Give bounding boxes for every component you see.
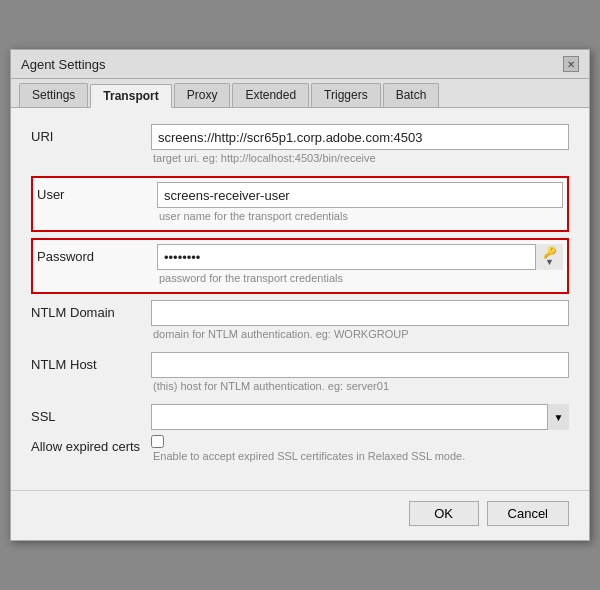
ntlm-domain-row: NTLM Domain domain for NTLM authenticati…: [31, 300, 569, 348]
tab-extended[interactable]: Extended: [232, 83, 309, 107]
ssl-row: SSL ▼: [31, 404, 569, 430]
ssl-label: SSL: [31, 404, 151, 424]
ok-button[interactable]: OK: [409, 501, 479, 526]
user-label: User: [37, 182, 157, 202]
ssl-field-group: ▼: [151, 404, 569, 430]
ntlm-host-hint: (this) host for NTLM authentication. eg:…: [151, 380, 569, 392]
tab-proxy[interactable]: Proxy: [174, 83, 231, 107]
cancel-button[interactable]: Cancel: [487, 501, 569, 526]
ntlm-host-label: NTLM Host: [31, 352, 151, 372]
allow-expired-field-group: Enable to accept expired SSL certificate…: [151, 434, 569, 470]
tab-bar: Settings Transport Proxy Extended Trigge…: [11, 79, 589, 108]
titlebar: Agent Settings ✕: [11, 50, 589, 79]
allow-expired-hint: Enable to accept expired SSL certificate…: [151, 450, 569, 462]
ntlm-host-row: NTLM Host (this) host for NTLM authentic…: [31, 352, 569, 400]
uri-hint: target uri. eg: http://localhost:4503/bi…: [151, 152, 569, 164]
tab-settings[interactable]: Settings: [19, 83, 88, 107]
ntlm-domain-field-group: domain for NTLM authentication. eg: WORK…: [151, 300, 569, 348]
user-row: User user name for the transport credent…: [37, 182, 563, 224]
ntlm-domain-input[interactable]: [151, 300, 569, 326]
user-field-group: user name for the transport credentials: [157, 182, 563, 224]
agent-settings-dialog: Agent Settings ✕ Settings Transport Prox…: [10, 49, 590, 541]
ssl-select[interactable]: [151, 404, 569, 430]
uri-field-group: target uri. eg: http://localhost:4503/bi…: [151, 124, 569, 172]
ntlm-host-field-group: (this) host for NTLM authentication. eg:…: [151, 352, 569, 400]
tab-batch[interactable]: Batch: [383, 83, 440, 107]
tab-triggers[interactable]: Triggers: [311, 83, 381, 107]
ssl-wrapper: ▼: [151, 404, 569, 430]
ntlm-domain-hint: domain for NTLM authentication. eg: WORK…: [151, 328, 569, 340]
user-hint: user name for the transport credentials: [157, 210, 563, 222]
password-input[interactable]: [157, 244, 563, 270]
password-wrapper: 🔑 ▼: [157, 244, 563, 270]
dialog-footer: OK Cancel: [11, 490, 589, 540]
allow-expired-checkbox-row: [151, 434, 569, 448]
dialog-body: URI target uri. eg: http://localhost:450…: [11, 108, 589, 490]
close-button[interactable]: ✕: [563, 56, 579, 72]
password-highlighted-section: Password 🔑 ▼ password for the transport …: [31, 238, 569, 294]
uri-input[interactable]: [151, 124, 569, 150]
password-icons[interactable]: 🔑 ▼: [535, 244, 563, 270]
chevron-down-icon: ▼: [545, 258, 554, 267]
allow-expired-checkbox[interactable]: [151, 435, 164, 448]
user-input[interactable]: [157, 182, 563, 208]
allow-expired-label: Allow expired certs: [31, 434, 151, 454]
password-row: Password 🔑 ▼ password for the transport …: [37, 244, 563, 286]
ntlm-host-input[interactable]: [151, 352, 569, 378]
tab-transport[interactable]: Transport: [90, 84, 171, 108]
uri-row: URI target uri. eg: http://localhost:450…: [31, 124, 569, 172]
ntlm-domain-label: NTLM Domain: [31, 300, 151, 320]
allow-expired-row: Allow expired certs Enable to accept exp…: [31, 434, 569, 470]
password-field-group: 🔑 ▼ password for the transport credentia…: [157, 244, 563, 286]
password-hint: password for the transport credentials: [157, 272, 563, 284]
dialog-title: Agent Settings: [21, 57, 106, 72]
password-label: Password: [37, 244, 157, 264]
uri-label: URI: [31, 124, 151, 144]
user-highlighted-section: User user name for the transport credent…: [31, 176, 569, 232]
